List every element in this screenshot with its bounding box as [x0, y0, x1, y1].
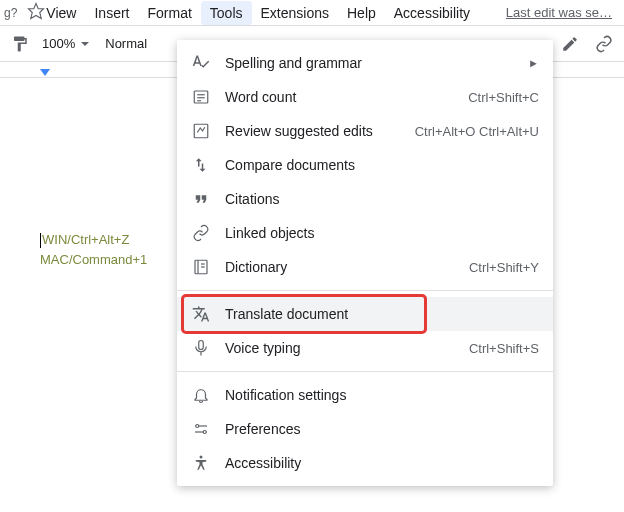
review-icon	[191, 121, 211, 141]
menu-item-preferences[interactable]: Preferences	[177, 412, 553, 446]
menu-item-shortcut: Ctrl+Shift+Y	[469, 260, 539, 275]
svg-point-18	[200, 456, 203, 459]
voice-icon	[191, 338, 211, 358]
menu-item-label: Notification settings	[225, 387, 539, 403]
prefs-icon	[191, 419, 211, 439]
style-value: Normal	[105, 36, 147, 51]
menu-bar: g? ViewInsertFormatToolsExtensionsHelpAc…	[0, 0, 624, 26]
menu-item-accessibility[interactable]: Accessibility	[177, 446, 553, 480]
menu-item-label: Accessibility	[225, 455, 539, 471]
menu-item-review-suggested-edits[interactable]: Review suggested editsCtrl+Alt+O Ctrl+Al…	[177, 114, 553, 148]
bell-icon	[191, 385, 211, 405]
menu-item-label: Dictionary	[225, 259, 459, 275]
menu-item-shortcut: Ctrl+Shift+C	[468, 90, 539, 105]
menu-divider	[177, 371, 553, 372]
citations-icon	[191, 189, 211, 209]
accessibility-icon	[191, 453, 211, 473]
svg-point-12	[196, 425, 199, 428]
menu-item-label: Review suggested edits	[225, 123, 405, 139]
compare-icon	[191, 155, 211, 175]
menu-item-shortcut: Ctrl+Shift+S	[469, 341, 539, 356]
menu-item-voice-typing[interactable]: Voice typingCtrl+Shift+S	[177, 331, 553, 365]
last-edit-link[interactable]: Last edit was se…	[506, 5, 612, 20]
doc-line-1: WIN/Ctrl+Alt+Z	[40, 230, 147, 250]
svg-rect-10	[199, 341, 204, 350]
zoom-value: 100%	[42, 36, 75, 51]
submenu-arrow-icon: ►	[528, 57, 539, 69]
svg-point-15	[203, 431, 206, 434]
spellcheck-icon	[191, 53, 211, 73]
zoom-selector[interactable]: 100%	[38, 36, 93, 51]
caret-down-icon	[81, 42, 89, 46]
paint-format-icon[interactable]	[8, 32, 32, 56]
menu-item-shortcut: Ctrl+Alt+O Ctrl+Alt+U	[415, 124, 539, 139]
wordcount-icon	[191, 87, 211, 107]
menu-item-dictionary[interactable]: DictionaryCtrl+Shift+Y	[177, 250, 553, 284]
menu-item-label: Linked objects	[225, 225, 539, 241]
edit-mode-icon[interactable]	[558, 32, 582, 56]
menu-tools[interactable]: Tools	[201, 1, 252, 25]
menu-items: ViewInsertFormatToolsExtensionsHelpAcces…	[37, 1, 479, 25]
linked-icon	[191, 223, 211, 243]
style-selector[interactable]: Normal	[99, 36, 155, 51]
title-fragment: g?	[4, 6, 21, 20]
menu-format[interactable]: Format	[138, 1, 200, 25]
menu-item-notification-settings[interactable]: Notification settings	[177, 378, 553, 412]
menu-item-label: Voice typing	[225, 340, 459, 356]
menu-item-label: Compare documents	[225, 157, 539, 173]
menu-item-label: Citations	[225, 191, 539, 207]
menu-item-citations[interactable]: Citations	[177, 182, 553, 216]
menu-item-label: Spelling and grammar	[225, 55, 520, 71]
menu-divider	[177, 290, 553, 291]
menu-accessibility[interactable]: Accessibility	[385, 1, 479, 25]
menu-item-linked-objects[interactable]: Linked objects	[177, 216, 553, 250]
link-icon[interactable]	[592, 32, 616, 56]
menu-item-compare-documents[interactable]: Compare documents	[177, 148, 553, 182]
svg-rect-5	[194, 124, 208, 138]
menu-view[interactable]: View	[37, 1, 85, 25]
tools-dropdown: Spelling and grammar►Word countCtrl+Shif…	[177, 40, 553, 486]
menu-insert[interactable]: Insert	[85, 1, 138, 25]
star-icon[interactable]	[21, 2, 37, 23]
menu-help[interactable]: Help	[338, 1, 385, 25]
menu-extensions[interactable]: Extensions	[252, 1, 338, 25]
document-text: WIN/Ctrl+Alt+Z MAC/Command+1	[40, 230, 147, 270]
menu-item-label: Word count	[225, 89, 458, 105]
menu-item-word-count[interactable]: Word countCtrl+Shift+C	[177, 80, 553, 114]
dictionary-icon	[191, 257, 211, 277]
menu-item-translate-document[interactable]: Translate document	[177, 297, 553, 331]
doc-line-2: MAC/Command+1	[40, 250, 147, 270]
menu-item-spelling-and-grammar[interactable]: Spelling and grammar►	[177, 46, 553, 80]
menu-item-label: Translate document	[225, 306, 539, 322]
translate-icon	[191, 304, 211, 324]
menu-item-label: Preferences	[225, 421, 539, 437]
